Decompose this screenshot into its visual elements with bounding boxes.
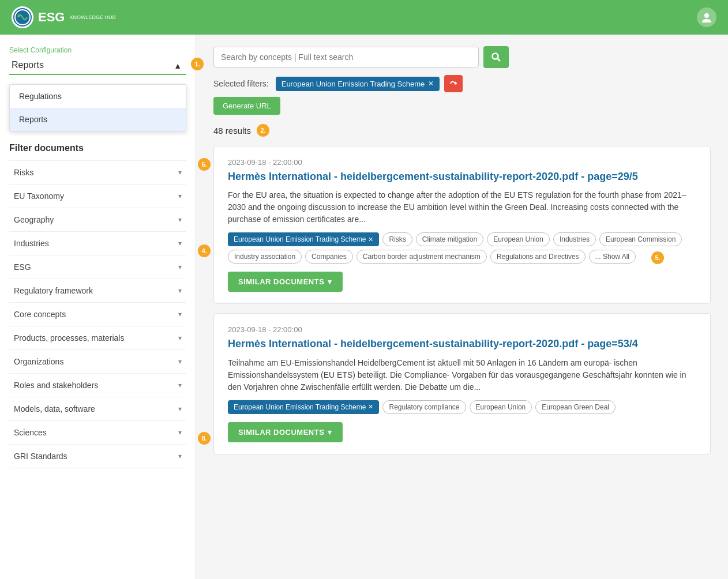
card-1-tag-2[interactable]: European Union [487,232,550,246]
filter-sciences[interactable]: Sciences ▾ [9,420,186,444]
filter-industries[interactable]: Industries ▾ [9,231,186,255]
filter-models-label: Models, data, software [14,404,95,413]
chevron-down-icon: ▾ [178,428,182,437]
main-container: Select Configuration ▲ 1. Regulations Re… [0,35,728,579]
badge-2: 2. [257,124,269,137]
card-1-tag-3[interactable]: Industries [553,232,596,246]
tag-blue-close-icon[interactable]: ✕ [368,236,373,243]
logo-kh-text: KNOWLEDGE HUB [69,14,115,21]
select-config-label: Select Configuration [9,46,186,54]
card-2-tag-1[interactable]: European Union [470,400,532,414]
filter-list: Risks ▾ EU Taxonomy ▾ Geography ▾ Indust… [9,160,186,468]
card-2-date: 2023-09-18 - 22:00:00 [228,325,696,334]
dropdown-item-regulations[interactable]: Regulations [10,85,186,108]
search-input[interactable] [213,47,479,67]
card-2-tag-0[interactable]: Regulatory compliance [382,400,466,414]
badge-6: 6. [198,158,211,171]
chevron-down-icon: ▾ [178,381,182,389]
chevron-down-icon: ▾ [178,358,182,366]
config-dropdown: Regulations Reports [9,84,186,131]
filter-esg[interactable]: ESG ▾ [9,255,186,279]
filter-organizations-label: Organizations [14,357,63,366]
config-select-wrapper: ▲ 1. [9,57,186,75]
card-1-date: 2023-09-18 - 22:00:00 [228,158,696,167]
card-2-tag-blue-0[interactable]: European Union Emission Trading Scheme ✕ [228,400,379,414]
tag-blue-text: European Union Emission Trading Scheme [234,235,366,243]
chevron-down-icon: ▾ [178,168,182,176]
search-row [213,46,711,68]
filters-bar: Selected filters: European Union Emissio… [213,75,711,92]
badge-5: 5. [651,251,664,264]
generate-url-button[interactable]: Generate URL [213,97,280,115]
filter-regulatory-framework[interactable]: Regulatory framework ▾ [9,279,186,302]
filter-core-concepts[interactable]: Core concepts ▾ [9,302,186,326]
dropdown-item-reports[interactable]: Reports [10,108,186,131]
filter-risks-label: Risks [14,168,33,177]
svg-point-2 [704,13,709,18]
filter-industries-label: Industries [14,239,49,248]
badge-8: 8. [198,432,211,445]
filter-roles[interactable]: Roles and stakeholders ▾ [9,373,186,397]
card-1-tag-1[interactable]: Climate mitigation [416,232,483,246]
card-1-tags: 4. European Union Emission Trading Schem… [228,232,696,264]
logo: ESG KNOWLEDGE HUB [12,6,115,28]
card-2-text: Teilnahme am EU-Emissionshandel Heidelbe… [228,357,696,393]
active-filter-text: European Union Emission Trading Scheme [282,80,425,88]
chevron-down-icon: ▾ [328,277,332,286]
filter-regulatory-framework-label: Regulatory framework [14,286,93,295]
filter-gri-standards-label: GRI Standards [14,452,67,461]
filter-organizations[interactable]: Organizations ▾ [9,349,186,373]
result-card-1: 6. 2023-09-18 - 22:00:00 Hermès Internat… [213,146,711,304]
result-card-2: 2023-09-18 - 22:00:00 Hermès Internation… [213,313,711,454]
filter-eu-taxonomy[interactable]: EU Taxonomy ▾ [9,184,186,208]
filter-geography[interactable]: Geography ▾ [9,208,186,231]
chevron-down-icon: ▾ [178,334,182,342]
card-1-tag-8[interactable]: Regulations and Directives [490,250,586,264]
chevron-down-icon: ▾ [178,239,182,247]
card-1-tag-7[interactable]: Carbon border adjustment mechanism [357,250,487,264]
card-1-tag-6[interactable]: Companies [305,250,353,264]
chevron-down-icon: ▾ [178,192,182,200]
sidebar: Select Configuration ▲ 1. Regulations Re… [0,35,196,579]
card-1-text: For the EU area, the situation is expect… [228,189,696,225]
chevron-down-icon: ▾ [178,216,182,224]
logo-icon [12,6,33,28]
badge-1: 1. [191,58,204,70]
card-2-tags: European Union Emission Trading Scheme ✕… [228,400,696,414]
search-button[interactable] [483,46,509,68]
card-1-title[interactable]: Hermès International - heidelbergcement-… [228,170,696,183]
card-1-tag-showall[interactable]: ... Show All [589,250,636,264]
filter-sciences-label: Sciences [14,428,47,437]
filter-tag-close-icon[interactable]: ✕ [428,80,434,88]
similar-btn-label: SIMILAR DOCUMENTS [238,277,324,286]
card-2-similar-button[interactable]: SIMILAR DOCUMENTS ▾ [228,422,343,442]
card-1-tag-0[interactable]: Risks [382,232,412,246]
filters-bar-label: Selected filters: [213,79,269,88]
card-1-tag-blue-0[interactable]: European Union Emission Trading Scheme ✕ [228,232,379,246]
avatar[interactable] [697,7,716,27]
logo-esg-text: ESG [38,10,65,25]
similar-btn-label: SIMILAR DOCUMENTS [238,428,324,437]
filter-gri-standards[interactable]: GRI Standards ▾ [9,444,186,468]
filter-core-concepts-label: Core concepts [14,310,66,319]
card-1-tag-5[interactable]: Industry association [228,250,302,264]
clear-filters-button[interactable] [444,75,463,92]
card-2-title[interactable]: Hermès International - heidelbergcement-… [228,337,696,351]
card-1-tag-4[interactable]: European Commission [599,232,682,246]
card-2-tag-2[interactable]: European Green Deal [535,400,616,414]
results-count: 48 results [213,126,251,136]
filter-products[interactable]: Products, processes, materials ▾ [9,326,186,349]
svg-line-4 [498,59,501,62]
tag-blue-close-icon[interactable]: ✕ [368,403,373,411]
chevron-down-icon: ▾ [178,405,182,413]
card-1-similar-button[interactable]: SIMILAR DOCUMENTS ▾ [228,272,343,292]
filter-roles-label: Roles and stakeholders [14,381,98,390]
main-content: Selected filters: European Union Emissio… [196,35,728,579]
filter-risks[interactable]: Risks ▾ [9,160,186,184]
config-select-input[interactable] [9,57,186,75]
active-filter-tag[interactable]: European Union Emission Trading Scheme ✕ [276,77,440,91]
filter-models[interactable]: Models, data, software ▾ [9,397,186,420]
filter-documents-title: Filter documents [9,143,186,153]
chevron-down-icon: ▾ [178,310,182,318]
generate-url-row: Generate URL [213,97,711,115]
